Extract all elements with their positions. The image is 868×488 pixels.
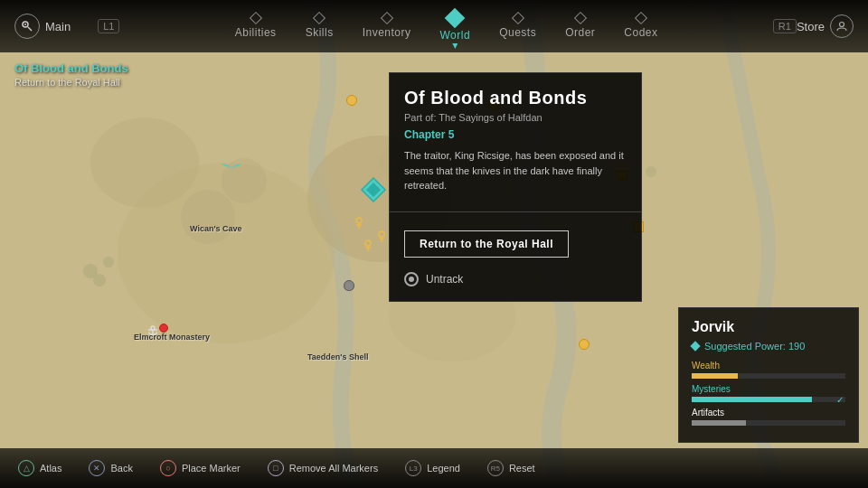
nav-world[interactable]: World bbox=[426, 7, 486, 45]
back-label: Back bbox=[110, 463, 132, 474]
bottom-bar: △ Atlas ✕ Back ○ Place Marker □ Remove A… bbox=[0, 448, 868, 488]
wealth-bar-bg bbox=[692, 373, 845, 379]
main-label: Main bbox=[45, 20, 71, 33]
l3-icon: L3 bbox=[405, 460, 421, 476]
quests-icon bbox=[512, 12, 524, 24]
nav-codex[interactable]: Codex bbox=[609, 10, 672, 42]
npc-marker bbox=[344, 280, 354, 291]
mysteries-bar-fill bbox=[692, 397, 812, 402]
return-to-royal-hall-button[interactable]: Return to the Royal Hall bbox=[404, 230, 569, 258]
world-label: World bbox=[440, 29, 471, 42]
mystery-marker-2[interactable] bbox=[375, 230, 388, 247]
untrack-dot bbox=[409, 277, 414, 282]
world-icon bbox=[445, 8, 466, 29]
remove-markers-btn[interactable]: □ Remove All Markers bbox=[268, 460, 378, 476]
codex-icon bbox=[635, 12, 647, 24]
svg-point-17 bbox=[379, 231, 384, 237]
store-area[interactable]: Store bbox=[797, 14, 854, 38]
remove-markers-label: Remove All Markers bbox=[289, 463, 378, 474]
bird-marker bbox=[222, 161, 241, 177]
svg-line-30 bbox=[28, 27, 32, 31]
svg-point-20 bbox=[365, 240, 371, 246]
reset-btn[interactable]: R5 Reset bbox=[487, 460, 535, 476]
location-wicans-cave: Wican's Cave bbox=[190, 224, 242, 233]
place-marker-btn[interactable]: ○ Place Marker bbox=[160, 460, 241, 476]
inventory-label: Inventory bbox=[363, 26, 411, 39]
artifacts-bar-fill bbox=[692, 420, 746, 426]
back-btn[interactable]: ✕ Back bbox=[89, 460, 132, 476]
quest-info-topleft: Of Blood and Bonds Return to the Royal H… bbox=[14, 61, 128, 88]
nav-skills[interactable]: Skills bbox=[291, 10, 348, 42]
r1-button[interactable]: R1 bbox=[773, 19, 797, 33]
svg-point-4 bbox=[181, 190, 235, 244]
store-icon bbox=[830, 14, 854, 38]
place-marker-label: Place Marker bbox=[182, 463, 241, 474]
quest-popup-partof: Part of: The Sayings of Halfdan bbox=[404, 112, 627, 123]
square-icon: □ bbox=[268, 460, 284, 476]
svg-point-9 bbox=[93, 274, 106, 286]
jorvik-panel: Jorvik Suggested Power: 190 Wealth Myste… bbox=[678, 307, 859, 443]
jorvik-power-label: Suggested Power: 190 bbox=[704, 341, 805, 352]
mystery-marker-3[interactable] bbox=[362, 239, 374, 256]
popup-divider bbox=[390, 211, 641, 212]
quest-subtitle-small: Return to the Royal Hall bbox=[14, 77, 128, 88]
svg-point-31 bbox=[840, 23, 844, 27]
quest-popup-title: Of Blood and Bonds bbox=[404, 88, 627, 108]
top-navigation: Main L1 Abilities Skills Inventory World… bbox=[0, 0, 868, 52]
inventory-icon bbox=[380, 12, 392, 24]
atlas-btn[interactable]: △ Atlas bbox=[18, 460, 61, 476]
abilities-icon bbox=[250, 12, 262, 24]
main-icon bbox=[14, 14, 40, 39]
cross-icon: ✕ bbox=[89, 460, 105, 476]
combat-marker bbox=[159, 324, 168, 333]
nav-order[interactable]: Order bbox=[551, 10, 609, 42]
order-icon bbox=[574, 12, 587, 24]
wealth-marker-4[interactable] bbox=[346, 95, 357, 106]
mystery-marker-1[interactable] bbox=[353, 217, 365, 233]
location-elmcroft: Elmcroft Monastery bbox=[134, 333, 210, 342]
artifacts-stat-label: Artifacts bbox=[692, 408, 845, 418]
svg-point-29 bbox=[24, 23, 26, 25]
mysteries-stat-row: Mysteries ✓ bbox=[692, 384, 845, 402]
quest-popup-untrack[interactable]: Untrack bbox=[390, 265, 641, 301]
circle-icon: ○ bbox=[160, 460, 176, 476]
nav-inventory[interactable]: Inventory bbox=[348, 10, 426, 42]
quest-popup: Of Blood and Bonds Part of: The Sayings … bbox=[389, 72, 642, 302]
wealth-marker-2[interactable] bbox=[579, 339, 590, 350]
nav-main[interactable]: Main bbox=[14, 14, 71, 39]
legend-btn[interactable]: L3 Legend bbox=[405, 460, 460, 476]
atlas-label: Atlas bbox=[40, 463, 61, 474]
codex-label: Codex bbox=[624, 26, 657, 39]
quest-marker-main[interactable] bbox=[360, 176, 387, 207]
wealth-stat-row: Wealth bbox=[692, 361, 845, 379]
location-taeddens: Taedden's Shell bbox=[307, 352, 369, 361]
reset-label: Reset bbox=[509, 463, 535, 474]
svg-point-3 bbox=[90, 117, 199, 208]
store-label: Store bbox=[797, 20, 825, 33]
r5-icon: R5 bbox=[487, 460, 504, 476]
nav-items: Abilities Skills Inventory World Quests … bbox=[119, 7, 772, 45]
nav-abilities[interactable]: Abilities bbox=[221, 10, 291, 42]
mysteries-tick-icon: ✓ bbox=[836, 395, 844, 405]
untrack-circle-icon bbox=[404, 272, 419, 286]
quest-popup-desc: The traitor, King Ricsige, has been expo… bbox=[404, 148, 627, 193]
svg-point-11 bbox=[646, 166, 656, 177]
mysteries-bar-bg: ✓ bbox=[692, 397, 845, 402]
quest-popup-header: Of Blood and Bonds Part of: The Sayings … bbox=[390, 73, 641, 201]
quests-label: Quests bbox=[499, 26, 536, 39]
skills-icon bbox=[313, 12, 326, 24]
svg-point-14 bbox=[356, 218, 362, 223]
mysteries-stat-label: Mysteries bbox=[692, 384, 845, 394]
quest-popup-chapter: Chapter 5 bbox=[404, 128, 627, 141]
quest-popup-action[interactable]: Return to the Royal Hall bbox=[390, 223, 641, 265]
quest-title-small: Of Blood and Bonds bbox=[14, 61, 128, 75]
l1-button[interactable]: L1 bbox=[98, 19, 119, 33]
wealth-stat-label: Wealth bbox=[692, 361, 845, 371]
jorvik-title: Jorvik bbox=[692, 319, 845, 335]
untrack-label: Untrack bbox=[426, 273, 463, 286]
artifacts-bar-bg bbox=[692, 420, 845, 426]
nav-quests[interactable]: Quests bbox=[485, 10, 551, 42]
legend-label: Legend bbox=[427, 463, 460, 474]
order-label: Order bbox=[565, 26, 595, 39]
wealth-bar-fill bbox=[692, 373, 738, 379]
